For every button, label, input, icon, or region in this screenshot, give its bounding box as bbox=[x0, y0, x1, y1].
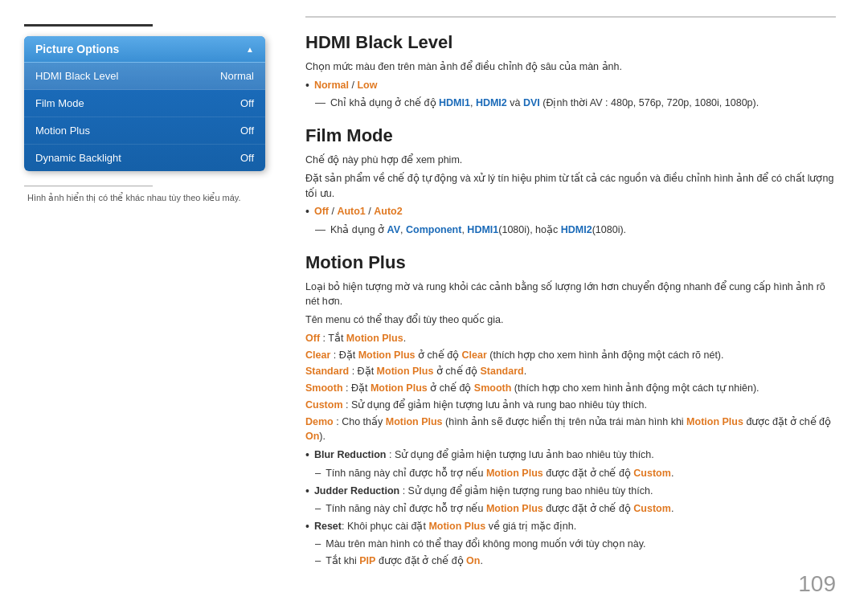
judder-text: Judder Reduction : Sử dụng để giảm hiện … bbox=[314, 484, 653, 499]
judder-dash-text: Tính năng này chỉ được hỗ trợ nếu Motion… bbox=[326, 501, 674, 517]
blur-dash-sym: – bbox=[315, 466, 321, 480]
content-area: HDMI Black Level Chọn mức màu đen trên m… bbox=[289, 0, 868, 613]
top-divider-line bbox=[305, 16, 836, 18]
def-clear-mp: Motion Plus bbox=[358, 349, 416, 361]
def-demo-mp2: Motion Plus bbox=[686, 416, 743, 427]
def-smooth-val: Smooth bbox=[474, 382, 512, 394]
film-hdmi1-ref: HDMI1 bbox=[467, 224, 498, 235]
motion-desc1: Loại bỏ hiện tượng mờ và rung khỏi các c… bbox=[305, 280, 836, 310]
menu-item-film-label: Film Mode bbox=[35, 97, 84, 109]
film-desc1: Chế độ này phù hợp để xem phim. bbox=[305, 153, 836, 168]
reset-text: Reset: Khôi phục cài đặt Motion Plus về … bbox=[314, 519, 576, 534]
film-bullet-dot: • bbox=[305, 204, 309, 220]
reset-label: Reset bbox=[314, 521, 342, 532]
reset-dash1-text: Màu trên màn hình có thể thay đổi không … bbox=[326, 537, 645, 552]
picture-options-arrow-icon: ▲ bbox=[246, 45, 254, 54]
judder-dash: – Tính năng này chỉ được hỗ trợ nếu Moti… bbox=[315, 501, 836, 517]
hdmi-normal: Normal bbox=[314, 80, 349, 91]
menu-item-film-mode[interactable]: Film Mode Off bbox=[24, 90, 265, 117]
menu-item-hdmi-label: HDMI Black Level bbox=[35, 70, 118, 82]
blur-custom-ref: Custom bbox=[633, 468, 671, 479]
blur-label: Blur Reduction bbox=[314, 449, 387, 460]
hdmi-desc: Chọn mức màu đen trên màn ảnh để điều ch… bbox=[305, 59, 836, 75]
menu-item-motion-plus[interactable]: Motion Plus Off bbox=[24, 117, 265, 145]
menu-item-film-value: Off bbox=[240, 97, 254, 109]
def-clear-term: Clear bbox=[305, 349, 330, 361]
picture-options-box: Picture Options ▲ HDMI Black Level Norma… bbox=[24, 36, 265, 171]
def-smooth: Smooth : Đặt Motion Plus ở chế độ Smooth… bbox=[305, 381, 836, 396]
film-auto1: Auto1 bbox=[337, 206, 365, 217]
def-demo: Demo : Cho thấy Motion Plus (hình ảnh sẽ… bbox=[305, 415, 836, 445]
section-motion-plus: Motion Plus Loại bỏ hiện tượng mờ và run… bbox=[305, 252, 836, 569]
def-standard-val: Standard bbox=[480, 366, 523, 377]
comp-ref: Component bbox=[406, 224, 461, 235]
motion-desc2: Tên menu có thể thay đổi tùy theo quốc g… bbox=[305, 313, 836, 328]
def-standard-mp: Motion Plus bbox=[377, 366, 434, 377]
motion-section-title: Motion Plus bbox=[305, 252, 836, 273]
def-smooth-term: Smooth bbox=[305, 382, 343, 394]
judder-bullet-dot: • bbox=[305, 484, 309, 500]
menu-item-dynamic-backlight[interactable]: Dynamic Backlight Off bbox=[24, 145, 265, 171]
reset-mp-ref: Motion Plus bbox=[428, 521, 485, 532]
def-off-term: Off bbox=[305, 333, 320, 344]
reset-dash2-text: Tắt khi PIP được đặt ở chế độ On. bbox=[326, 554, 483, 569]
reset-dash1-sym: – bbox=[315, 537, 321, 551]
film-off: Off bbox=[314, 206, 329, 217]
def-demo-term: Demo bbox=[305, 416, 334, 427]
sidebar-note: Hình ảnh hiển thị có thể khác nhau tùy t… bbox=[27, 193, 265, 203]
motion-section-body: Loại bỏ hiện tượng mờ và rung khỏi các c… bbox=[305, 280, 836, 569]
sidebar-top-line bbox=[24, 24, 153, 27]
film-dash: ― Khả dụng ở AV, Component, HDMI1(1080i)… bbox=[315, 223, 836, 238]
hdmi-dash-sym: ― bbox=[315, 96, 326, 110]
judder-label: Judder Reduction bbox=[314, 485, 399, 497]
blur-bullet-dot: • bbox=[305, 447, 309, 464]
film-hdmi2-ref: HDMI2 bbox=[561, 224, 592, 235]
hdmi-section-title: HDMI Black Level bbox=[305, 32, 836, 53]
def-standard: Standard : Đặt Motion Plus ở chế độ Stan… bbox=[305, 364, 836, 379]
reset-dash2: – Tắt khi PIP được đặt ở chế độ On. bbox=[315, 554, 836, 569]
menu-item-motion-label: Motion Plus bbox=[35, 125, 90, 137]
def-off-mp: Motion Plus bbox=[346, 333, 403, 344]
def-clear: Clear : Đặt Motion Plus ở chế độ Clear (… bbox=[305, 348, 836, 363]
def-smooth-mp: Motion Plus bbox=[371, 382, 428, 394]
section-film-mode: Film Mode Chế độ này phù hợp để xem phim… bbox=[305, 125, 836, 238]
hdmi-dash-text: Chỉ khả dụng ở chế độ HDMI1, HDMI2 và DV… bbox=[330, 96, 759, 111]
film-bullet: • Off / Auto1 / Auto2 bbox=[305, 204, 836, 220]
picture-options-header: Picture Options ▲ bbox=[24, 36, 265, 63]
hdmi-bullet-dot: • bbox=[305, 78, 309, 94]
hdmi2-ref: HDMI2 bbox=[476, 97, 507, 108]
blur-dash: – Tính năng này chỉ được hỗ trợ nếu Moti… bbox=[315, 466, 836, 481]
on-ref: On bbox=[466, 555, 480, 566]
page-container: Picture Options ▲ HDMI Black Level Norma… bbox=[0, 0, 868, 613]
dvi-ref: DVI bbox=[523, 97, 540, 108]
hdmi-dash: ― Chỉ khả dụng ở chế độ HDMI1, HDMI2 và … bbox=[315, 96, 836, 111]
blur-mp-ref: Motion Plus bbox=[486, 468, 543, 479]
picture-options-title: Picture Options bbox=[35, 43, 119, 55]
reset-bullet: • Reset: Khôi phục cài đặt Motion Plus v… bbox=[305, 519, 836, 535]
hdmi1-ref: HDMI1 bbox=[439, 97, 470, 108]
def-demo-mp1: Motion Plus bbox=[386, 416, 443, 427]
film-desc2: Đặt sản phẩm về chế độ tự động và xử lý … bbox=[305, 171, 836, 202]
def-clear-val: Clear bbox=[462, 349, 487, 361]
menu-item-hdmi-black-level[interactable]: HDMI Black Level Normal bbox=[24, 63, 265, 90]
hdmi-low: Low bbox=[357, 80, 377, 91]
film-dash-sym: ― bbox=[315, 223, 326, 237]
page-number: 109 bbox=[798, 571, 836, 597]
blur-dash-text: Tính năng này chỉ được hỗ trợ nếu Motion… bbox=[326, 466, 674, 481]
judder-bullet: • Judder Reduction : Sử dụng để giảm hiệ… bbox=[305, 484, 836, 500]
av-ref: AV bbox=[387, 224, 400, 235]
hdmi-section-body: Chọn mức màu đen trên màn ảnh để điều ch… bbox=[305, 59, 836, 111]
reset-dash2-sym: – bbox=[315, 554, 321, 568]
def-custom: Custom : Sử dụng để giảm hiện tượng lưu … bbox=[305, 398, 836, 413]
def-custom-term: Custom bbox=[305, 399, 343, 411]
menu-item-dynamic-value: Off bbox=[240, 152, 254, 164]
sidebar-divider bbox=[24, 186, 153, 186]
section-hdmi-black-level: HDMI Black Level Chọn mức màu đen trên m… bbox=[305, 32, 836, 111]
def-standard-term: Standard bbox=[305, 366, 349, 377]
menu-item-dynamic-label: Dynamic Backlight bbox=[35, 152, 121, 164]
blur-bullet: • Blur Reduction : Sử dụng để giảm hiện … bbox=[305, 447, 836, 464]
reset-bullet-dot: • bbox=[305, 519, 309, 535]
def-demo-on: On bbox=[305, 431, 319, 442]
reset-dash1: – Màu trên màn hình có thể thay đổi khôn… bbox=[315, 537, 836, 552]
film-auto2: Auto2 bbox=[374, 206, 402, 217]
